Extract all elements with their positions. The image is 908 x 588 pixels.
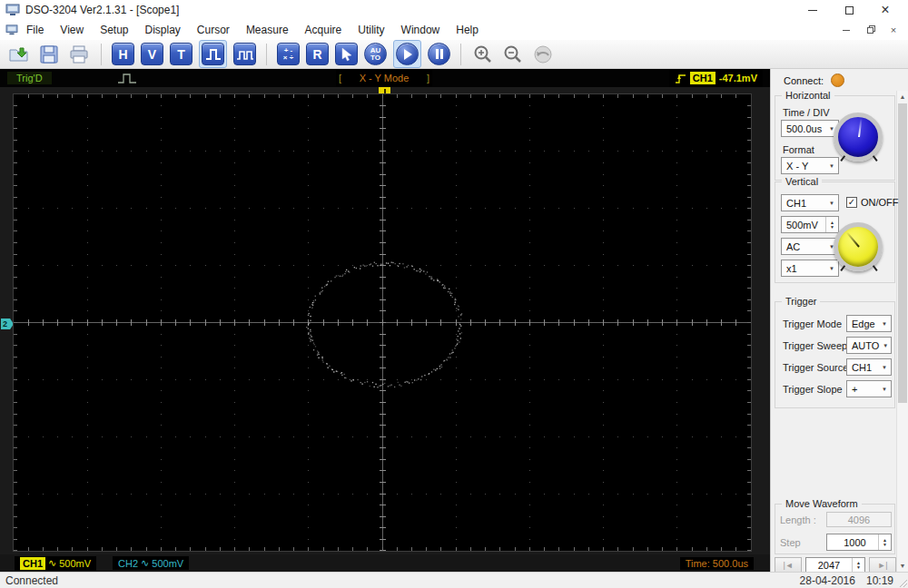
ch1-coupling-icon: ∿ xyxy=(48,557,56,569)
control-panel: Connect: ▲ ▼ Horizontal Time / DIV 500.0… xyxy=(770,69,908,572)
undo-zoom-button[interactable] xyxy=(531,43,555,66)
timebase-readout: Time: 500.0us xyxy=(680,557,754,570)
trigger-sweep-select[interactable]: AUTO▼ xyxy=(846,337,892,354)
math-button[interactable]: + -× ÷ xyxy=(277,43,300,65)
chevron-down-icon: ▼ xyxy=(825,201,838,206)
ch1-scale: 500mV xyxy=(59,558,91,569)
trigger-group: Trigger Trigger Mode Edge▼ Trigger Sweep… xyxy=(775,301,895,408)
main-area: Trig'D [ X - Y Mode ] CH1 -47.1mV 2 xyxy=(0,69,908,572)
menu-display[interactable]: Display xyxy=(137,22,189,38)
mdi-minimize-button[interactable] xyxy=(841,24,852,35)
scroll-up-icon[interactable]: ▲ xyxy=(897,91,908,103)
length-field: 4096 xyxy=(826,512,892,527)
move-last-button[interactable]: ►| xyxy=(869,557,896,573)
horizontal-setup-button[interactable]: H xyxy=(112,43,134,65)
open-file-button[interactable] xyxy=(7,43,31,66)
trigger-status-badge: Trig'D xyxy=(7,72,52,84)
channel-onoff-checkbox[interactable]: ✓ ON/OFF xyxy=(846,197,899,208)
run-selected-frame xyxy=(393,40,421,68)
checkbox-check-icon: ✓ xyxy=(846,197,857,208)
chevron-down-icon: ▼ xyxy=(878,365,891,370)
pulse-indicator-icon xyxy=(117,73,137,84)
status-bar: Connected 28-04-2016 10:19 xyxy=(0,572,908,588)
menu-window[interactable]: Window xyxy=(393,22,449,38)
menu-measure[interactable]: Measure xyxy=(238,22,297,38)
format-select[interactable]: X - Y▼ xyxy=(781,157,839,174)
mdi-restore-button[interactable] xyxy=(864,24,875,35)
trigger-source-select[interactable]: CH1▼ xyxy=(846,358,892,376)
pause-button[interactable] xyxy=(428,43,450,65)
toolbar: H V T + -× ÷ R AUTO xyxy=(0,40,908,69)
chevron-down-icon: ▼ xyxy=(878,387,891,392)
mdi-child-icon xyxy=(5,24,18,35)
menu-file[interactable]: File xyxy=(18,22,52,38)
trigger-level-readout: CH1 -47.1mV xyxy=(669,69,763,87)
menu-cursor[interactable]: Cursor xyxy=(189,22,238,38)
probe-select[interactable]: x1▼ xyxy=(781,260,839,277)
ch2-readout: CH2 ∿ 500mV xyxy=(113,556,189,570)
maximize-button[interactable] xyxy=(843,4,855,16)
double-pulse-button[interactable] xyxy=(233,43,256,65)
connect-indicator[interactable] xyxy=(831,74,844,87)
ch1-readout: CH1 ∿ 500mV xyxy=(15,556,96,571)
step-spinner[interactable]: 1000▲▼ xyxy=(826,534,892,551)
rising-edge-icon xyxy=(675,73,686,84)
single-pulse-button[interactable] xyxy=(202,43,224,65)
menu-view[interactable]: View xyxy=(52,22,92,38)
time-div-select[interactable]: 500.0us▼ xyxy=(781,120,839,137)
trigger-level-value: -47.1mV xyxy=(719,73,757,83)
menu-setup[interactable]: Setup xyxy=(92,22,136,38)
scope-display xyxy=(13,93,752,552)
zoom-out-button[interactable] xyxy=(501,43,525,66)
app-icon xyxy=(5,4,20,16)
cursor-button[interactable] xyxy=(335,43,358,65)
single-pulse-selected-frame xyxy=(199,40,227,68)
run-button[interactable] xyxy=(396,43,419,65)
ch2-scale: 500mV xyxy=(152,558,183,569)
reference-button[interactable]: R xyxy=(306,43,329,65)
timebase-knob[interactable] xyxy=(834,113,883,162)
trigger-setup-button[interactable]: T xyxy=(170,43,192,65)
chevron-down-icon: ▼ xyxy=(878,321,891,327)
vertical-group: Vertical CH1▼ ✓ ON/OFF 500mV▲▼ AC▼ x1▼ xyxy=(775,181,895,283)
onoff-label: ON/OFF xyxy=(861,197,899,208)
scroll-down-icon[interactable]: ▼ xyxy=(897,560,908,572)
menu-acquire[interactable]: Acquire xyxy=(297,22,350,38)
save-icon[interactable] xyxy=(37,43,61,66)
scope-status-bar: Trig'D [ X - Y Mode ] CH1 -47.1mV xyxy=(0,69,770,87)
length-label: Length : xyxy=(780,514,816,525)
ch2-position-marker[interactable]: 2 xyxy=(1,318,14,329)
mdi-close-button[interactable]: × xyxy=(888,24,899,35)
display-mode-indicator: [ X - Y Mode ] xyxy=(336,70,432,86)
ch2-coupling-icon: ∿ xyxy=(141,557,149,569)
panel-scrollbar[interactable]: ▲ ▼ xyxy=(896,91,908,572)
horizontal-group: Horizontal Time / DIV 500.0us▼ Format X … xyxy=(775,95,895,181)
channel-select[interactable]: CH1▼ xyxy=(781,194,839,211)
zoom-in-button[interactable] xyxy=(471,43,495,66)
scope-channel-bar: CH1 ∿ 500mV CH2 ∿ 500mV Time: 500.0us xyxy=(0,554,770,572)
scrollbar-thumb[interactable] xyxy=(898,103,907,403)
auto-setup-button[interactable]: AUTO xyxy=(364,43,387,65)
close-button[interactable]: × xyxy=(879,4,892,16)
coupling-select[interactable]: AC▼ xyxy=(781,238,839,255)
menu-utility[interactable]: Utility xyxy=(350,22,392,38)
minimize-button[interactable] xyxy=(806,4,819,16)
trigger-mode-select[interactable]: Edge▼ xyxy=(846,315,892,332)
title-bar: DSO-3204 Ver2.1.31 - [Scope1] × xyxy=(0,0,908,20)
trigger-slope-select[interactable]: +▼ xyxy=(846,380,892,397)
chevron-down-icon: ▼ xyxy=(879,343,892,348)
connection-status: Connected xyxy=(0,574,58,587)
print-button[interactable] xyxy=(67,43,91,66)
status-date: 28-04-2016 xyxy=(800,574,855,587)
step-label: Step xyxy=(780,537,801,548)
move-first-button[interactable]: |◄ xyxy=(775,557,802,573)
status-time: 10:19 xyxy=(866,574,893,587)
move-waveform-group: Move Waveform Length : 4096 Step 1000▲▼ xyxy=(775,504,895,554)
window-title: DSO-3204 Ver2.1.31 - [Scope1] xyxy=(25,4,179,16)
volt-div-knob[interactable] xyxy=(834,222,883,271)
time-div-label: Time / DIV xyxy=(783,107,830,118)
menu-help[interactable]: Help xyxy=(448,22,487,38)
volt-div-spinner[interactable]: 500mV▲▼ xyxy=(781,216,839,233)
vertical-setup-button[interactable]: V xyxy=(141,43,163,65)
position-spinner[interactable]: 2047▲▼ xyxy=(805,557,865,573)
